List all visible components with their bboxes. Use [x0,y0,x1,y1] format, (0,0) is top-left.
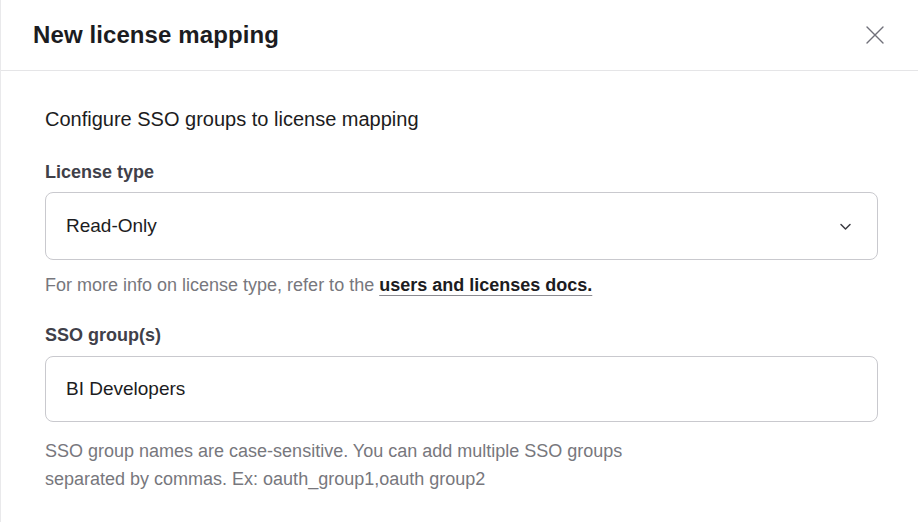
sso-groups-help-line-2: separated by commas. Ex: oauth_group1,oa… [45,469,485,489]
license-type-label: License type [45,161,878,183]
form-heading: Configure SSO groups to license mapping [45,107,878,131]
sso-groups-label: SSO group(s) [45,324,878,346]
close-button[interactable] [860,20,890,50]
new-license-mapping-modal: New license mapping Configure SSO groups… [0,0,918,522]
modal-title: New license mapping [33,21,279,49]
sso-groups-help: SSO group names are case-sensitive. You … [45,437,878,493]
license-type-select[interactable]: Read-Only [45,192,878,260]
license-type-selected-value: Read-Only [66,215,157,237]
license-type-help-text: For more info on license type, refer to … [45,275,379,295]
chevron-down-icon [838,219,853,234]
close-icon [863,23,887,47]
sso-groups-field: SSO group(s) SSO group names are case-se… [45,324,878,493]
license-type-field: License type Read-Only For more info on … [45,161,878,297]
modal-body: Configure SSO groups to license mapping … [1,71,918,493]
users-and-licenses-docs-link[interactable]: users and licenses docs. [379,275,592,295]
modal-header: New license mapping [1,0,918,71]
sso-groups-help-line-1: SSO group names are case-sensitive. You … [45,441,622,461]
license-type-help: For more info on license type, refer to … [45,273,878,297]
sso-groups-input[interactable] [45,356,878,422]
